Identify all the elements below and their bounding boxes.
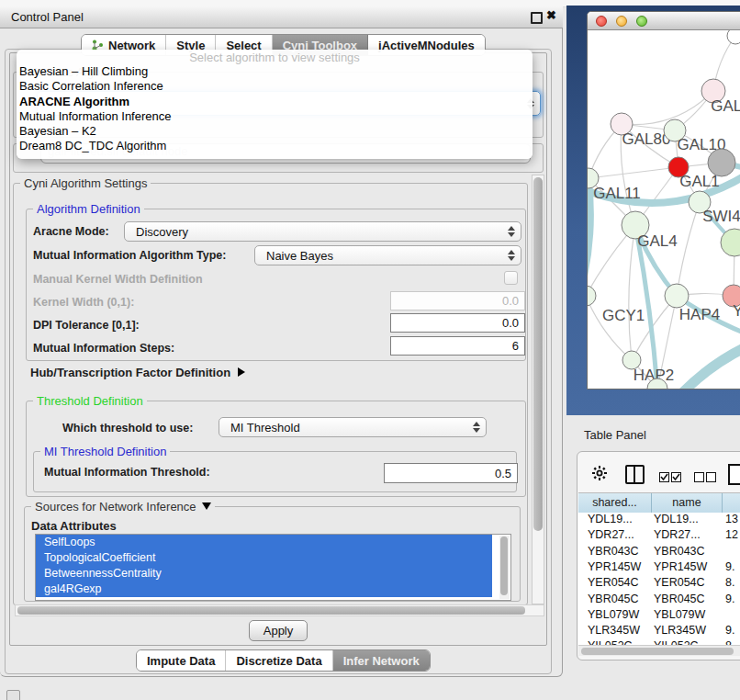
popup-item[interactable]: Bayesian – K2 xyxy=(17,124,533,139)
dpi-tolerance-field[interactable]: 0.0 xyxy=(390,313,525,333)
control-panel-titlebar[interactable]: Control Panel xyxy=(0,6,563,28)
gear-icon[interactable] xyxy=(591,465,608,485)
attribute-list-item[interactable]: TopologicalCoefficient xyxy=(36,550,492,566)
settings-vertical-scrollbar[interactable] xyxy=(532,175,544,604)
mi-threshold-label: Mutual Information Threshold: xyxy=(44,466,210,479)
mi-threshold-field[interactable]: 0.5 xyxy=(384,463,518,483)
data-attributes-list[interactable]: SelfLoopsTopologicalCoefficientBetweenne… xyxy=(35,534,511,601)
popup-item[interactable]: Basic Correlation Inference xyxy=(17,79,533,94)
mi-steps-field[interactable]: 6 xyxy=(390,336,525,356)
unchecked-columns-icon[interactable] xyxy=(694,469,718,486)
network-node-node-top[interactable] xyxy=(727,30,740,44)
table-cell[interactable]: 9. xyxy=(725,559,734,574)
list-scrollbar[interactable] xyxy=(499,536,510,599)
table-cell[interactable]: YER054C xyxy=(654,575,705,590)
dpi-tolerance-label: DPI Tolerance [0,1]: xyxy=(33,319,140,332)
table-cell[interactable]: YLR345W xyxy=(588,623,640,638)
which-threshold-combobox[interactable]: MI Threshold xyxy=(219,417,487,437)
table-cell[interactable]: YBR043C xyxy=(588,544,639,559)
popup-item[interactable]: Bayesian – Hill Climbing xyxy=(17,64,533,79)
table-cell[interactable]: YER054C xyxy=(588,575,639,590)
sheet-icon[interactable] xyxy=(728,464,740,485)
application: Control Panel ✖ Inference Algorithm galF… xyxy=(0,0,740,700)
tab-infer-network[interactable]: Infer Network xyxy=(333,650,430,671)
table-cell[interactable]: YBR045C xyxy=(654,592,705,606)
aracne-mode-label: Aracne Mode: xyxy=(33,225,109,238)
table-cell[interactable]: YBL079W xyxy=(654,607,705,622)
table-cell[interactable]: 12 xyxy=(725,527,738,542)
table-panel-title: Table Panel xyxy=(584,428,646,442)
network-node-HAP4[interactable] xyxy=(665,284,689,308)
tab-discretize-data[interactable]: Discretize Data xyxy=(226,650,332,671)
combo-arrows-icon xyxy=(508,226,515,237)
attribute-list-item[interactable]: gal4RGexp xyxy=(36,581,492,597)
algorithm-dropdown-popup: Select algorithm to view settings Bayesi… xyxy=(17,50,533,159)
zoom-traffic-light-icon[interactable] xyxy=(636,16,647,27)
minimize-traffic-light-icon[interactable] xyxy=(616,16,627,27)
combo-arrows-icon xyxy=(473,422,480,433)
expand-right-icon xyxy=(238,367,245,377)
attribute-list-item[interactable]: SelfLoops xyxy=(36,535,492,550)
table-cell[interactable]: YBR043C xyxy=(654,544,705,559)
network-node-GCY1[interactable] xyxy=(588,286,596,306)
table-cell[interactable]: YDR27... xyxy=(588,527,634,542)
table-cell[interactable]: YLR345W xyxy=(654,623,706,638)
kernel-width-field[interactable]: 0.0 xyxy=(390,291,525,310)
table-cell[interactable]: YDL19... xyxy=(654,512,699,526)
checked-columns-icon[interactable] xyxy=(659,469,683,486)
node-label: GCY1 xyxy=(602,307,645,324)
popup-item[interactable]: Dream8 DC_TDC Algorithm xyxy=(17,139,533,153)
table-horizontal-scrollbar[interactable] xyxy=(578,645,740,656)
node-label: GAL7 xyxy=(711,97,740,115)
column-header-2[interactable]: name xyxy=(652,493,723,513)
manual-kernel-checkbox[interactable] xyxy=(504,271,518,285)
node-label: GAL80 xyxy=(622,130,671,148)
popup-item[interactable]: ARACNE Algorithm xyxy=(17,95,533,109)
table-cell[interactable]: YBR045C xyxy=(588,592,639,606)
settings-horizontal-scrollbar[interactable] xyxy=(15,604,544,616)
attribute-list-item[interactable]: BetweennessCentrality xyxy=(36,566,492,581)
kernel-width-label: Kernel Width (0,1): xyxy=(33,296,134,309)
mi-type-combobox[interactable]: Naive Bayes xyxy=(254,245,521,265)
node-table[interactable]: shared...nameA YDL19...YDL19...13YDR27..… xyxy=(578,492,740,646)
node-label: Y xyxy=(733,302,740,320)
table-cell[interactable]: YDR27... xyxy=(654,527,701,542)
popup-placeholder: Select algorithm to view settings xyxy=(17,51,533,64)
table-cell[interactable]: YPR145W xyxy=(588,559,641,574)
column-header-1[interactable]: shared... xyxy=(578,493,652,513)
mi-type-label: Mutual Information Algorithm Type: xyxy=(33,249,226,262)
tab-impute-data[interactable]: Impute Data xyxy=(137,650,226,671)
column-header-3[interactable]: A xyxy=(723,493,740,513)
network-edge[interactable] xyxy=(589,167,678,178)
node-label: GAL4 xyxy=(637,232,677,250)
aracne-mode-combobox[interactable]: Discovery xyxy=(124,221,521,242)
table-cell[interactable]: YDL19... xyxy=(588,512,633,526)
collapsed-panel-icon[interactable] xyxy=(6,690,20,700)
control-panel-title: Control Panel xyxy=(11,6,84,28)
node-label: GAL11 xyxy=(593,185,641,202)
network-edge[interactable] xyxy=(629,225,635,360)
network-edge[interactable] xyxy=(679,347,740,390)
popup-item[interactable]: Mutual Information Inference xyxy=(17,109,533,124)
manual-kernel-label: Manual Kernel Width Definition xyxy=(33,273,203,286)
table-cell[interactable]: 9. xyxy=(725,623,734,638)
network-edge[interactable] xyxy=(677,202,700,296)
network-edge[interactable] xyxy=(588,296,632,360)
data-attributes-label: Data Attributes xyxy=(31,519,117,533)
table-cell[interactable]: 9. xyxy=(725,592,734,606)
network-window-titlebar[interactable] xyxy=(588,12,740,30)
close-traffic-light-icon[interactable] xyxy=(596,16,607,27)
network-canvas[interactable]: GAL7GAL80GAL10GAL1GAL11SWI4GAL4GCY1HAP4Y… xyxy=(588,30,740,390)
apply-button[interactable]: Apply xyxy=(249,620,308,641)
split-columns-icon[interactable] xyxy=(625,465,645,484)
network-window: GAL7GAL80GAL10GAL1GAL11SWI4GAL4GCY1HAP4Y… xyxy=(587,11,740,390)
close-icon[interactable]: ✖ xyxy=(546,8,556,22)
hub-definition-toggle[interactable]: Hub/Transcription Factor Definition xyxy=(30,366,245,379)
float-icon[interactable] xyxy=(531,12,543,24)
table-cell[interactable]: 8. xyxy=(725,575,734,590)
expand-down-icon xyxy=(202,502,211,510)
table-cell[interactable]: YBL079W xyxy=(588,607,639,622)
table-cell[interactable]: YPR145W xyxy=(654,559,707,574)
node-label: GAL1 xyxy=(679,173,719,190)
table-cell[interactable]: 13 xyxy=(725,512,738,526)
